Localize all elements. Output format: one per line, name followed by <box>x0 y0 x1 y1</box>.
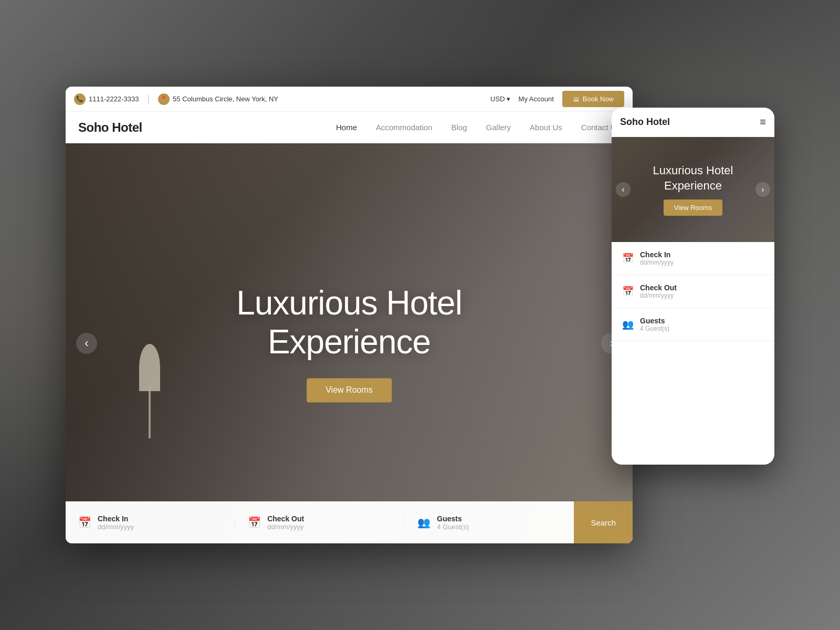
scene-wrapper: 📞 1111-2222-3333 | 📍 55 Columbus Circle,… <box>66 87 774 543</box>
mobile-checkin-value: dd/mm/yyyy <box>640 259 674 266</box>
mobile-checkin-content: Check In dd/mm/yyyy <box>640 250 674 266</box>
book-now-button[interactable]: 🛎 Book Now <box>562 91 624 107</box>
checkin-field[interactable]: 📅 Check In dd/mm/yyyy <box>66 514 235 531</box>
mobile-checkin-icon: 📅 <box>622 253 634 264</box>
mobile-checkout-label: Check Out <box>640 284 677 292</box>
currency-selector[interactable]: USD ▾ <box>490 95 510 103</box>
top-bar: 📞 1111-2222-3333 | 📍 55 Columbus Circle,… <box>66 87 633 112</box>
currency-arrow: ▾ <box>507 95 510 103</box>
desktop-browser: 📞 1111-2222-3333 | 📍 55 Columbus Circle,… <box>66 87 633 543</box>
checkin-content: Check In dd/mm/yyyy <box>98 514 134 531</box>
view-rooms-button[interactable]: View Rooms <box>307 379 392 403</box>
phone-icon: 📞 <box>74 93 86 105</box>
checkout-content: Check Out dd/mm/yyyy <box>267 514 304 531</box>
book-icon: 🛎 <box>573 95 580 103</box>
checkout-icon: 📅 <box>248 516 261 529</box>
search-button[interactable]: Search <box>574 501 633 543</box>
hero-title: Luxurious Hotel Experience <box>236 284 462 361</box>
guests-value: 4 Guest(s) <box>437 523 469 531</box>
mobile-nav: Soho Hotel ≡ <box>612 108 774 137</box>
mobile-guests-field[interactable]: 👥 Guests 4 Guest(s) <box>612 308 774 341</box>
mobile-hero-content: Luxurious Hotel Experience View Rooms <box>612 163 774 216</box>
hero-title-line1: Luxurious Hotel <box>236 284 462 322</box>
mobile-guests-icon: 👥 <box>622 319 634 330</box>
guests-label: Guests <box>437 514 469 523</box>
mobile-guests-label: Guests <box>640 317 669 325</box>
checkin-value: dd/mm/yyyy <box>98 523 134 531</box>
mobile-hero: Luxurious Hotel Experience View Rooms ‹ … <box>612 137 774 242</box>
location-icon: 📍 <box>158 93 170 105</box>
mobile-prev-arrow[interactable]: ‹ <box>616 182 631 197</box>
mobile-guests-value: 4 Guest(s) <box>640 325 669 332</box>
booking-bar: 📅 Check In dd/mm/yyyy 📅 Check Out dd/mm/… <box>66 501 633 543</box>
mobile-checkin-field[interactable]: 📅 Check In dd/mm/yyyy <box>612 242 774 275</box>
checkin-icon: 📅 <box>78 516 91 529</box>
nav-accommodation[interactable]: Accommodation <box>376 123 433 132</box>
mobile-title-line1: Luxurious Hotel <box>653 164 733 177</box>
mobile-logo: Soho Hotel <box>620 117 670 128</box>
nav-bar: Soho Hotel Home Accommodation Blog Galle… <box>66 112 633 143</box>
hero-content: Luxurious Hotel Experience View Rooms <box>236 284 462 402</box>
nav-links: Home Accommodation Blog Gallery About Us… <box>336 123 620 132</box>
desktop-logo: Soho Hotel <box>78 120 142 135</box>
checkin-label: Check In <box>98 514 134 523</box>
room-lamp-decoration <box>134 344 165 438</box>
mobile-mockup: Soho Hotel ≡ Luxurious Hotel Experience … <box>612 108 774 465</box>
mobile-booking: 📅 Check In dd/mm/yyyy 📅 Check Out dd/mm/… <box>612 242 774 341</box>
mobile-hero-title: Luxurious Hotel Experience <box>612 163 774 193</box>
mobile-view-rooms-button[interactable]: View Rooms <box>664 200 723 216</box>
mobile-guests-content: Guests 4 Guest(s) <box>640 317 669 332</box>
guests-content: Guests 4 Guest(s) <box>437 514 469 531</box>
nav-about[interactable]: About Us <box>530 123 562 132</box>
hero-section: Luxurious Hotel Experience View Rooms ‹ … <box>66 143 633 543</box>
checkout-label: Check Out <box>267 514 304 523</box>
mobile-checkout-icon: 📅 <box>622 286 634 297</box>
currency-label: USD <box>490 95 505 103</box>
nav-blog[interactable]: Blog <box>452 123 467 132</box>
phone-contact: 📞 1111-2222-3333 <box>74 93 139 105</box>
mobile-next-arrow[interactable]: › <box>755 182 770 197</box>
mobile-checkin-label: Check In <box>640 250 674 259</box>
mobile-title-line2: Experience <box>664 179 722 192</box>
divider: | <box>147 93 150 104</box>
hero-title-line2: Experience <box>268 323 430 361</box>
guests-field[interactable]: 👥 Guests 4 Guest(s) <box>405 514 574 531</box>
nav-gallery[interactable]: Gallery <box>486 123 511 132</box>
checkout-value: dd/mm/yyyy <box>267 523 304 531</box>
hero-prev-arrow[interactable]: ‹ <box>76 333 97 354</box>
address-text: 55 Columbus Circle, New York, NY <box>173 95 278 103</box>
phone-number: 1111-2222-3333 <box>89 95 139 103</box>
address-contact: 📍 55 Columbus Circle, New York, NY <box>158 93 278 105</box>
checkout-field[interactable]: 📅 Check Out dd/mm/yyyy <box>235 514 405 531</box>
book-now-label: Book Now <box>583 95 614 103</box>
mobile-checkout-content: Check Out dd/mm/yyyy <box>640 284 677 299</box>
top-bar-right: USD ▾ My Account 🛎 Book Now <box>490 91 624 107</box>
mobile-checkout-value: dd/mm/yyyy <box>640 292 677 299</box>
mobile-checkout-field[interactable]: 📅 Check Out dd/mm/yyyy <box>612 275 774 308</box>
my-account-button[interactable]: My Account <box>519 95 554 103</box>
mobile-hamburger-icon[interactable]: ≡ <box>760 116 766 128</box>
nav-home[interactable]: Home <box>336 123 357 132</box>
guests-icon: 👥 <box>417 516 430 529</box>
